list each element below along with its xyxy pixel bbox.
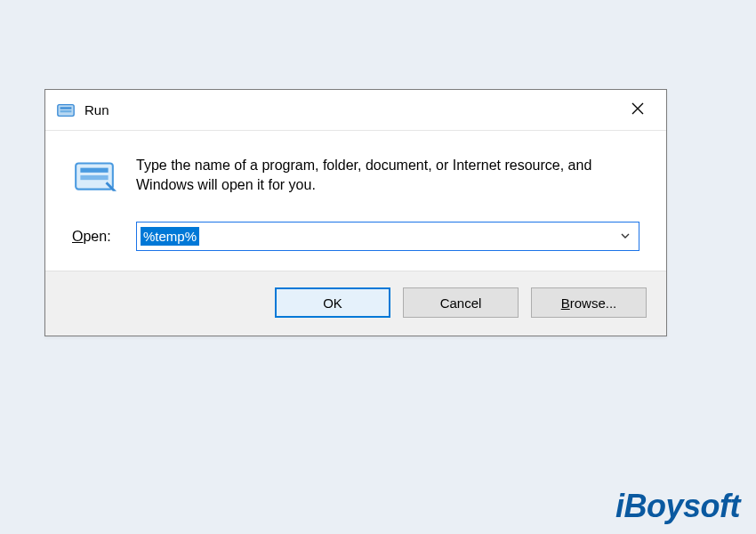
titlebar: Run bbox=[45, 90, 666, 131]
open-row: Open: %temp% bbox=[72, 222, 639, 251]
ok-button[interactable]: OK bbox=[275, 287, 390, 318]
watermark-logo: iBoysoft bbox=[615, 488, 740, 525]
dialog-title: Run bbox=[84, 102, 109, 117]
svg-rect-5 bbox=[80, 175, 108, 180]
svg-rect-4 bbox=[80, 168, 108, 173]
open-combobox[interactable]: %temp% bbox=[136, 222, 639, 251]
cancel-button-label: Cancel bbox=[440, 295, 482, 311]
open-input-value: %temp% bbox=[141, 227, 199, 247]
combobox-dropdown-button[interactable] bbox=[617, 229, 633, 244]
cancel-button[interactable]: Cancel bbox=[403, 287, 519, 318]
open-label: Open: bbox=[72, 229, 136, 245]
run-large-icon bbox=[72, 154, 117, 198]
run-dialog: Run Type the name of a program, folder, … bbox=[44, 89, 667, 336]
svg-rect-1 bbox=[60, 107, 72, 109]
description-text: Type the name of a program, folder, docu… bbox=[136, 154, 639, 196]
chevron-down-icon bbox=[620, 229, 631, 244]
description-row: Type the name of a program, folder, docu… bbox=[72, 154, 639, 198]
close-icon bbox=[631, 101, 645, 118]
button-row: OK Cancel Browse... bbox=[45, 271, 666, 336]
svg-rect-2 bbox=[60, 110, 72, 112]
close-button[interactable] bbox=[620, 93, 655, 128]
run-icon bbox=[56, 101, 76, 120]
ok-button-label: OK bbox=[323, 295, 342, 311]
dialog-body: Type the name of a program, folder, docu… bbox=[45, 131, 666, 251]
browse-button[interactable]: Browse... bbox=[531, 287, 647, 318]
browse-button-label: Browse... bbox=[561, 295, 617, 311]
